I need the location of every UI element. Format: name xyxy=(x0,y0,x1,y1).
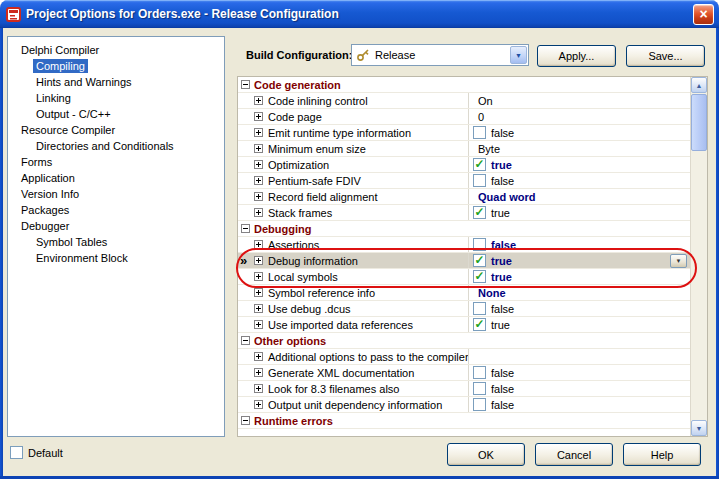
sidebar-item[interactable]: Directories and Conditionals xyxy=(8,138,224,154)
option-row[interactable]: Local symbols ✓ true xyxy=(238,269,690,285)
option-value-cell[interactable] xyxy=(468,349,690,364)
option-row[interactable]: Use imported data references ✓ true xyxy=(238,317,690,333)
expand-icon[interactable] xyxy=(254,368,263,377)
expand-icon[interactable] xyxy=(254,288,263,297)
ok-button[interactable]: OK xyxy=(447,443,525,466)
value-checkbox[interactable]: ✓ xyxy=(473,270,486,283)
collapse-icon[interactable] xyxy=(241,80,250,89)
expand-icon[interactable] xyxy=(254,304,263,313)
option-value-cell[interactable]: ✓ false xyxy=(468,397,690,412)
value-checkbox[interactable]: ✓ xyxy=(473,174,486,187)
combo-dropdown-button[interactable]: ▼ xyxy=(510,46,527,64)
option-row[interactable]: Use debug .dcus ✓ false xyxy=(238,301,690,317)
scrollbar-thumb[interactable] xyxy=(691,94,707,151)
collapse-icon[interactable] xyxy=(241,336,250,345)
expand-icon[interactable] xyxy=(254,256,263,265)
help-button[interactable]: Help xyxy=(623,443,701,466)
vertical-scrollbar[interactable]: ▲ ▼ xyxy=(690,77,707,436)
option-row[interactable]: Look for 8.3 filenames also ✓ false xyxy=(238,381,690,397)
value-dropdown-button[interactable]: ▼ xyxy=(670,254,687,268)
option-value-cell[interactable]: ✓ true ▼ xyxy=(468,253,690,268)
default-checkbox-icon[interactable] xyxy=(10,446,23,459)
expand-icon[interactable] xyxy=(254,240,263,249)
sidebar-item[interactable]: Hints and Warnings xyxy=(8,74,224,90)
option-value-cell[interactable]: ✓ true xyxy=(468,205,690,220)
expand-icon[interactable] xyxy=(254,400,263,409)
scroll-down-button[interactable]: ▼ xyxy=(691,420,707,436)
sidebar-item[interactable]: Environment Block xyxy=(8,250,224,266)
sidebar-item[interactable]: Packages xyxy=(8,202,224,218)
cancel-button[interactable]: Cancel xyxy=(535,443,613,466)
option-row[interactable]: Symbol reference info None xyxy=(238,285,690,301)
expand-icon[interactable] xyxy=(254,144,263,153)
option-row[interactable]: Emit runtime type information ✓ false xyxy=(238,125,690,141)
option-value-cell[interactable]: ✓ false xyxy=(468,237,690,252)
option-row[interactable]: Minimum enum size Byte xyxy=(238,141,690,157)
option-value-cell[interactable]: ✓ false xyxy=(468,301,690,316)
value-checkbox[interactable]: ✓ xyxy=(473,254,486,267)
value-checkbox[interactable]: ✓ xyxy=(473,382,486,395)
expand-icon[interactable] xyxy=(254,208,263,217)
option-value-cell[interactable]: None xyxy=(468,285,690,300)
option-value-cell[interactable]: Byte xyxy=(468,141,690,156)
category-row[interactable]: Code generation xyxy=(238,77,690,93)
option-value-cell[interactable]: ✓ false xyxy=(468,125,690,140)
option-row[interactable]: Generate XML documentation ✓ false xyxy=(238,365,690,381)
value-checkbox[interactable]: ✓ xyxy=(473,302,486,315)
value-checkbox[interactable]: ✓ xyxy=(473,318,486,331)
sidebar-item[interactable]: Forms xyxy=(8,154,224,170)
build-configuration-select[interactable]: Release ▼ xyxy=(351,44,529,66)
default-checkbox[interactable]: Default xyxy=(10,446,63,459)
category-row[interactable]: Other options xyxy=(238,333,690,349)
expand-icon[interactable] xyxy=(254,128,263,137)
option-row[interactable]: Stack frames ✓ true xyxy=(238,205,690,221)
expand-icon[interactable] xyxy=(254,176,263,185)
sidebar-item[interactable]: Delphi Compiler xyxy=(8,42,224,58)
option-value-cell[interactable]: On xyxy=(468,93,690,108)
option-value-cell[interactable]: Quad word xyxy=(468,189,690,204)
expand-icon[interactable] xyxy=(254,272,263,281)
sidebar-item[interactable]: Compiling xyxy=(8,58,224,74)
option-value-cell[interactable]: ✓ false xyxy=(468,365,690,380)
sidebar-item[interactable]: Output - C/C++ xyxy=(8,106,224,122)
sidebar-item[interactable]: Symbol Tables xyxy=(8,234,224,250)
scroll-up-button[interactable]: ▲ xyxy=(691,77,707,93)
category-row[interactable]: Debugging xyxy=(238,221,690,237)
option-row[interactable]: Pentium-safe FDIV ✓ false xyxy=(238,173,690,189)
save-button[interactable]: Save... xyxy=(626,45,705,67)
option-row[interactable]: Code page 0 xyxy=(238,109,690,125)
value-checkbox[interactable]: ✓ xyxy=(473,398,486,411)
apply-button[interactable]: Apply... xyxy=(537,45,616,67)
option-row[interactable]: Assertions ✓ false xyxy=(238,237,690,253)
option-value-cell[interactable]: ✓ true xyxy=(468,317,690,332)
sidebar-item[interactable]: Application xyxy=(8,170,224,186)
option-value-cell[interactable]: 0 xyxy=(468,109,690,124)
value-checkbox[interactable]: ✓ xyxy=(473,158,486,171)
value-checkbox[interactable]: ✓ xyxy=(473,238,486,251)
value-checkbox[interactable]: ✓ xyxy=(473,366,486,379)
sidebar-item[interactable]: Version Info xyxy=(8,186,224,202)
sidebar-item[interactable]: Linking xyxy=(8,90,224,106)
category-row[interactable]: Runtime errors xyxy=(238,413,690,429)
option-row[interactable]: Output unit dependency information ✓ fal… xyxy=(238,397,690,413)
value-checkbox[interactable]: ✓ xyxy=(473,206,486,219)
collapse-icon[interactable] xyxy=(241,224,250,233)
option-row[interactable]: Additional options to pass to the compil… xyxy=(238,349,690,365)
expand-icon[interactable] xyxy=(254,320,263,329)
collapse-icon[interactable] xyxy=(241,416,250,425)
expand-icon[interactable] xyxy=(254,96,263,105)
option-row[interactable]: Record field alignment Quad word xyxy=(238,189,690,205)
option-row[interactable]: » Debug information ✓ true ▼ xyxy=(238,253,690,269)
expand-icon[interactable] xyxy=(254,352,263,361)
option-value-cell[interactable]: ✓ false xyxy=(468,381,690,396)
expand-icon[interactable] xyxy=(254,160,263,169)
value-checkbox[interactable]: ✓ xyxy=(473,126,486,139)
option-value-cell[interactable]: ✓ true xyxy=(468,157,690,172)
expand-icon[interactable] xyxy=(254,192,263,201)
sidebar-item[interactable]: Resource Compiler xyxy=(8,122,224,138)
sidebar-item[interactable]: Debugger xyxy=(8,218,224,234)
close-button[interactable]: × xyxy=(693,4,714,25)
option-row[interactable]: Optimization ✓ true xyxy=(238,157,690,173)
option-value-cell[interactable]: ✓ false xyxy=(468,173,690,188)
expand-icon[interactable] xyxy=(254,112,263,121)
